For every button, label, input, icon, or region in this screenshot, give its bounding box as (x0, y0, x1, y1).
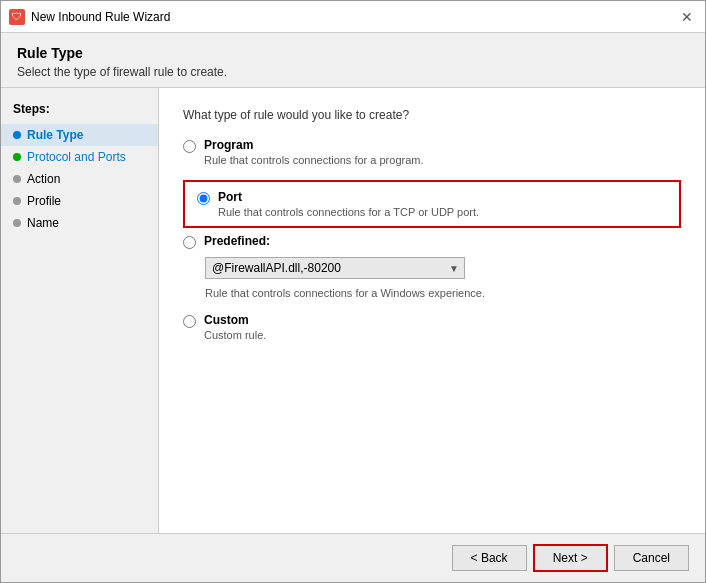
window-title: New Inbound Rule Wizard (31, 10, 677, 24)
port-option-box: Port Rule that controls connections for … (183, 180, 681, 228)
sidebar-item-profile[interactable]: Profile (1, 190, 158, 212)
window-body: Rule Type Select the type of firewall ru… (1, 33, 705, 582)
sidebar-label-profile: Profile (27, 194, 61, 208)
page-subtitle: Select the type of firewall rule to crea… (17, 65, 689, 79)
close-button[interactable]: ✕ (677, 7, 697, 27)
sidebar-label-name: Name (27, 216, 59, 230)
dot-icon-name (13, 219, 21, 227)
dot-icon-protocol (13, 153, 21, 161)
sidebar-label-action: Action (27, 172, 60, 186)
port-label[interactable]: Port (218, 190, 479, 204)
program-content: Program Rule that controls connections f… (204, 138, 424, 166)
dot-icon-profile (13, 197, 21, 205)
sidebar-item-protocol-ports[interactable]: Protocol and Ports (1, 146, 158, 168)
dot-icon-rule-type (13, 131, 21, 139)
sidebar-item-action[interactable]: Action (1, 168, 158, 190)
predefined-select[interactable]: @FirewallAPI.dll,-80200 (205, 257, 465, 279)
main-content: Steps: Rule Type Protocol and Ports Acti… (1, 88, 705, 533)
radio-custom[interactable] (183, 315, 196, 328)
sidebar-steps-label: Steps: (1, 98, 158, 124)
sidebar-label-rule-type: Rule Type (27, 128, 83, 142)
radio-predefined[interactable] (183, 236, 196, 249)
sidebar: Steps: Rule Type Protocol and Ports Acti… (1, 88, 159, 533)
program-label[interactable]: Program (204, 138, 424, 152)
page-title: Rule Type (17, 45, 689, 61)
wizard-window: 🛡 New Inbound Rule Wizard ✕ Rule Type Se… (0, 0, 706, 583)
custom-desc: Custom rule. (204, 329, 266, 341)
icon-glyph: 🛡 (12, 11, 22, 22)
predefined-label[interactable]: Predefined: (204, 234, 270, 248)
sidebar-item-name[interactable]: Name (1, 212, 158, 234)
content-area: What type of rule would you like to crea… (159, 88, 705, 533)
custom-content: Custom Custom rule. (204, 313, 266, 341)
option-predefined: Predefined: (183, 234, 681, 249)
sidebar-label-protocol-ports: Protocol and Ports (27, 150, 126, 164)
predefined-desc: Rule that controls connections for a Win… (205, 287, 681, 299)
cancel-button[interactable]: Cancel (614, 545, 689, 571)
port-content: Port Rule that controls connections for … (218, 190, 479, 218)
sidebar-item-rule-type[interactable]: Rule Type (1, 124, 158, 146)
dot-icon-action (13, 175, 21, 183)
title-bar: 🛡 New Inbound Rule Wizard ✕ (1, 1, 705, 33)
content-question: What type of rule would you like to crea… (183, 108, 681, 122)
footer-area: < Back Next > Cancel (1, 533, 705, 582)
back-button[interactable]: < Back (452, 545, 527, 571)
program-desc: Rule that controls connections for a pro… (204, 154, 424, 166)
port-desc: Rule that controls connections for a TCP… (218, 206, 479, 218)
predefined-section: Predefined: @FirewallAPI.dll,-80200 ▼ Ru… (183, 234, 681, 299)
radio-program[interactable] (183, 140, 196, 153)
radio-port[interactable] (197, 192, 210, 205)
header-area: Rule Type Select the type of firewall ru… (1, 33, 705, 88)
predefined-dropdown-wrapper: @FirewallAPI.dll,-80200 ▼ (205, 257, 465, 279)
option-custom: Custom Custom rule. (183, 313, 681, 341)
window-icon: 🛡 (9, 9, 25, 25)
option-port: Port Rule that controls connections for … (197, 190, 667, 218)
option-program: Program Rule that controls connections f… (183, 138, 681, 166)
custom-label[interactable]: Custom (204, 313, 266, 327)
next-button[interactable]: Next > (533, 544, 608, 572)
